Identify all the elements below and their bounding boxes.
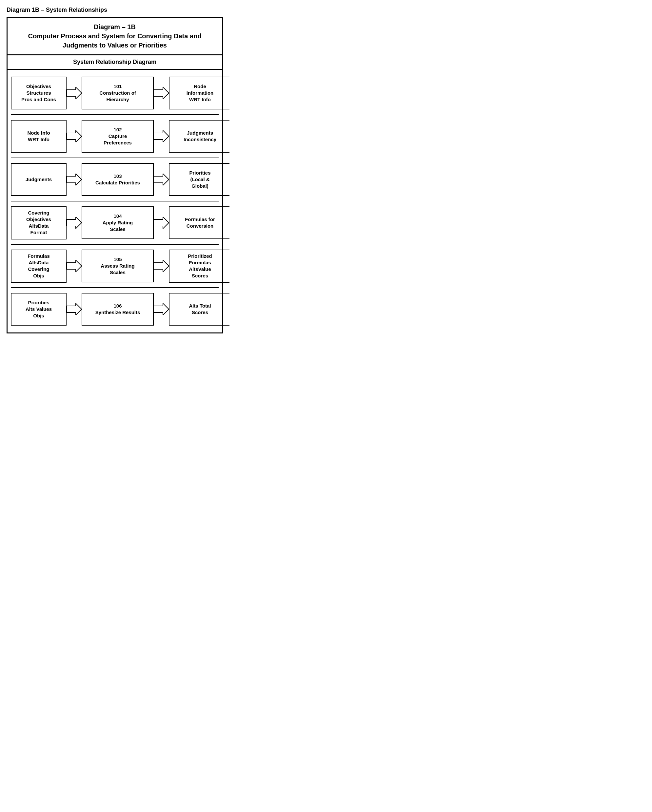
diagram-subtitle: Computer Process and System for Converti… [11, 31, 219, 50]
row-separator [11, 114, 219, 115]
svg-marker-3 [67, 130, 82, 142]
rows-container: ObjectivesStructuresPros and Cons 101Con… [8, 70, 222, 333]
left-input-box: PrioritiesAlts ValuesObjs [11, 293, 67, 325]
center-process-box: 101Construction ofHierarchy [82, 77, 154, 109]
svg-marker-16 [154, 303, 169, 315]
left-input-box: CoveringObjectivesAltsDataFormat [11, 206, 67, 240]
diagram-row: PrioritiesAlts ValuesObjs 106Synthesize … [11, 291, 219, 327]
right-output-box: Alts TotalScores [169, 293, 230, 325]
center-process-box: 106Synthesize Results [82, 293, 154, 325]
row-separator [11, 157, 219, 158]
right-output-box: JudgmentsInconsistency [169, 120, 230, 153]
row-separator [11, 244, 219, 245]
arrow-icon [67, 217, 82, 229]
diagram-row: CoveringObjectivesAltsDataFormat 104Appl… [11, 205, 219, 241]
arrow-icon [154, 130, 169, 142]
system-relationship-header: System Relationship Diagram [8, 55, 222, 70]
diagram-header: Diagram – 1B Computer Process and System… [8, 18, 222, 55]
svg-marker-9 [67, 217, 82, 229]
svg-marker-0 [67, 87, 82, 99]
diagram-title: Diagram – 1B [11, 22, 219, 31]
left-input-box: FormulasAltsDataCoveringObjs [11, 250, 67, 283]
diagram-container: Diagram – 1B Computer Process and System… [6, 17, 223, 333]
center-process-box: 105Assess RatingScales [82, 250, 154, 282]
svg-marker-7 [154, 174, 169, 185]
left-input-box: Node InfoWRT Info [11, 120, 67, 153]
arrow-icon [67, 174, 82, 185]
svg-marker-10 [154, 217, 169, 229]
diagram-row: ObjectivesStructuresPros and Cons 101Con… [11, 75, 219, 111]
arrow-icon [154, 303, 169, 315]
svg-marker-1 [154, 87, 169, 99]
center-process-box: 104Apply RatingScales [82, 206, 154, 239]
right-output-box: Priorities(Local &Global) [169, 163, 230, 196]
arrow-icon [67, 260, 82, 272]
diagram-row: Judgments 103Calculate Priorities Priori… [11, 162, 219, 197]
svg-marker-4 [154, 130, 169, 142]
arrow-icon [67, 130, 82, 142]
page-title: Diagram 1B – System Relationships [6, 6, 223, 14]
right-output-box: PrioritizedFormulasAltsValueScores [169, 250, 230, 283]
center-process-box: 103Calculate Priorities [82, 163, 154, 196]
arrow-icon [154, 87, 169, 99]
center-process-box: 102CapturePreferences [82, 120, 154, 153]
right-output-box: NodeInformationWRT Info [169, 77, 230, 109]
diagram-row: FormulasAltsDataCoveringObjs 105Assess R… [11, 248, 219, 284]
left-input-box: ObjectivesStructuresPros and Cons [11, 77, 67, 109]
row-separator [11, 201, 219, 201]
right-output-box: Formulas forConversion [169, 206, 230, 239]
left-input-box: Judgments [11, 163, 67, 196]
arrow-icon [154, 174, 169, 185]
arrow-icon [67, 87, 82, 99]
arrow-icon [154, 260, 169, 272]
svg-marker-6 [67, 174, 82, 185]
row-separator [11, 287, 219, 288]
svg-marker-13 [154, 260, 169, 272]
svg-marker-15 [67, 303, 82, 315]
arrow-icon [154, 217, 169, 229]
diagram-row: Node InfoWRT Info 102CapturePreferences … [11, 118, 219, 154]
svg-marker-12 [67, 260, 82, 272]
arrow-icon [67, 303, 82, 315]
